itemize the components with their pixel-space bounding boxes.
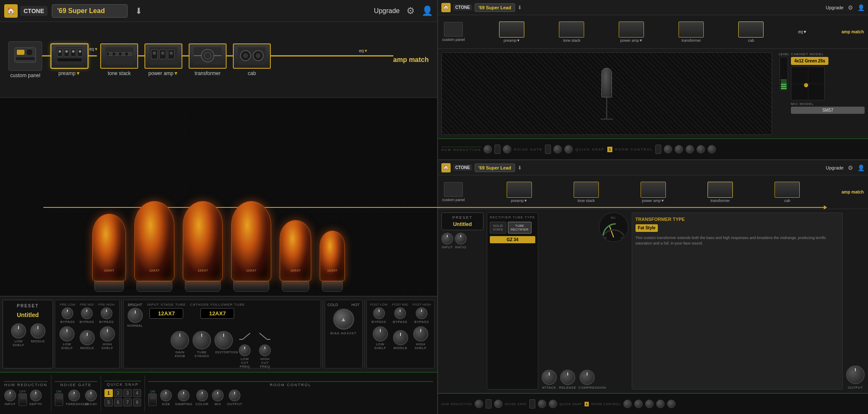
pre-low-bypass[interactable] [61,307,73,319]
pre-middle-knob[interactable] [80,330,95,345]
mini-chain-2-preamp[interactable]: preamp▼ [507,182,532,203]
cabinet-model-value[interactable]: 4x12 Green 25s [791,57,828,65]
tube-rect-btn[interactable]: TUBERECTIFIER [508,222,531,234]
mini-tonestack[interactable] [559,22,584,38]
home-icon[interactable]: 🏠 [4,4,18,18]
mini-cab[interactable] [738,22,764,38]
mini-chain-preamp[interactable]: preamp▼ [499,22,524,43]
post-high-shelf-knob[interactable] [413,326,428,341]
mini-room-toggle[interactable] [655,145,661,154]
size-knob[interactable] [160,390,172,401]
mic-model-value[interactable]: SM57 [791,107,865,114]
mini-upgrade-btn-2[interactable]: Upgrade [826,165,844,170]
snap-btn-3[interactable]: 3 [123,389,132,397]
mini-damp-knob[interactable] [675,145,683,153]
mini-chain-transformer[interactable]: transformer [678,22,704,43]
mini-hum-toggle[interactable] [494,145,500,154]
mini-save-icon[interactable]: ⬇ [518,5,522,11]
mini-2-hum-toggle[interactable] [486,399,491,409]
mini-chain-2-ampmatch[interactable]: amp match [841,190,864,194]
mini-preset-name[interactable]: '69 Super Lead [475,3,515,12]
solid-state-btn[interactable]: SOLIDSTATE [490,222,506,234]
snap-btn-4[interactable]: 4 [133,389,142,397]
pre-high-bypass[interactable] [101,307,112,319]
mini-chain-cab[interactable]: cab [738,22,764,43]
trans-input-knob[interactable] [441,233,453,245]
mini-chain-2-transformer[interactable]: transformer [708,182,733,203]
mini-save-icon-2[interactable]: ⬇ [518,165,522,171]
mini-chain-2-cab[interactable]: cab [775,182,800,203]
mini-mix-knob[interactable] [697,145,705,153]
mini-user-icon-2[interactable]: 👤 [857,164,865,171]
mini-2-output-knob[interactable] [667,400,676,408]
mini-depth-knob[interactable] [503,145,511,153]
mini-chain-poweramp[interactable]: power amp▼ [619,22,644,43]
post-middle-knob[interactable] [393,330,408,345]
pre-high-shelf-knob[interactable] [100,326,115,341]
mini-2-snap-1[interactable]: 1 [585,402,589,406]
threshold-knob[interactable] [68,390,80,401]
middle-knob[interactable] [30,323,45,339]
decay-knob[interactable] [85,390,97,401]
bright-knob[interactable] [128,308,143,323]
mini-gate-toggle[interactable] [545,145,551,154]
snap-btn-5[interactable]: 5 [104,398,113,406]
tube-stages-knob[interactable] [192,331,211,349]
preset-name-display[interactable]: '69 Super Lead [52,4,128,18]
save-icon[interactable]: ⬇ [135,6,142,16]
gain-knob[interactable] [171,331,189,349]
room-toggle[interactable] [148,393,157,406]
post-low-bypass[interactable] [373,307,385,319]
color-knob[interactable] [196,390,208,401]
low-cut-knob[interactable] [239,344,251,356]
chain-item-ampmatch[interactable]: amp match [393,56,429,64]
user-icon[interactable]: 👤 [422,5,433,16]
mini-poweramp[interactable] [619,22,644,38]
mini-input-knob[interactable] [483,145,492,153]
mini-2-cab[interactable] [775,182,800,198]
snap-btn-6[interactable]: 6 [114,398,123,406]
trans-attack-knob[interactable] [542,370,557,385]
post-low-shelf-knob[interactable] [373,326,388,341]
transformer-component[interactable] [189,43,227,69]
trans-comp-knob[interactable] [580,370,595,385]
mini-preset-name-2[interactable]: '69 Super Lead [475,164,515,172]
poweramp-component[interactable] [144,43,182,69]
mini-2-threshold-knob[interactable] [538,400,546,408]
mini-gear-icon-2[interactable]: ⚙ [848,164,853,171]
xy-pad[interactable] [791,67,825,100]
mini-preamp[interactable] [499,22,524,38]
mini-2-mix-knob[interactable] [656,400,665,408]
mini-2-poweramp[interactable] [641,182,666,198]
high-cut-knob[interactable] [259,344,271,356]
mini-chain-2-tonestack[interactable]: tone stack [574,182,599,203]
trans-output-knob[interactable] [846,366,865,384]
mini-threshold-knob[interactable] [553,145,562,153]
mini-chain-eq[interactable]: eq▼ [798,30,807,34]
mini-transformer[interactable] [678,22,704,38]
tonestack-component[interactable] [100,43,138,69]
cab-component[interactable] [233,43,271,69]
snap-btn-1[interactable]: 1 [104,389,113,397]
mini-2-transformer[interactable] [708,182,733,198]
upgrade-button[interactable]: Upgrade [374,7,400,15]
chain-item-poweramp[interactable]: power amp▼ [144,43,182,76]
tube-type-value[interactable]: GZ 34 [490,236,535,243]
post-mid-bypass[interactable] [394,307,406,319]
gear-icon[interactable]: ⚙ [406,5,415,16]
mini-2-input-knob[interactable] [475,400,483,408]
input-tube-selector[interactable]: 12AX7 [150,308,183,319]
mini-2-size-knob[interactable] [623,400,632,408]
mini-2-gate-toggle[interactable] [529,399,535,409]
mini-2-decay-knob[interactable] [549,400,557,408]
chain-item-tonestack[interactable]: tone stack [100,43,138,76]
bias-knob[interactable] [333,309,354,330]
post-high-bypass[interactable] [416,307,427,319]
mini-output-knob[interactable] [708,145,716,153]
gate-toggle[interactable] [55,393,63,406]
snap-btn-8[interactable]: 8 [133,398,142,406]
mini-snap-1[interactable]: 1 [607,147,612,152]
mini-color-knob[interactable] [686,145,694,153]
mini-2-tonestack[interactable] [574,182,599,198]
preset-value[interactable]: Untitled [17,312,39,318]
